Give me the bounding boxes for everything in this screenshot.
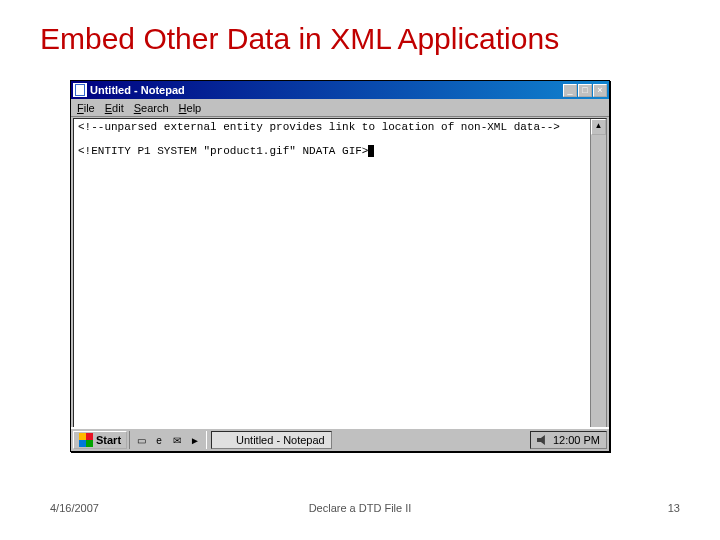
footer-page-number: 13 — [668, 502, 680, 514]
start-label: Start — [96, 434, 121, 446]
slide-title: Embed Other Data in XML Applications — [40, 22, 559, 56]
speaker-icon[interactable] — [537, 435, 547, 445]
quicklaunch-player-icon[interactable]: ► — [186, 431, 204, 449]
text-caret — [368, 145, 374, 157]
editor-text[interactable]: <!--unparsed external entity provides li… — [74, 119, 590, 448]
menubar: File Edit Search Help — [71, 99, 609, 117]
maximize-button[interactable]: □ — [578, 84, 592, 97]
menu-file[interactable]: File — [77, 102, 95, 114]
notepad-task-icon — [218, 433, 232, 447]
vertical-scrollbar[interactable]: ▲ ▼ — [590, 119, 606, 448]
notepad-window: Untitled - Notepad _ □ × File Edit Searc… — [70, 80, 610, 452]
editor-line-1: <!--unparsed external entity provides li… — [78, 121, 586, 133]
editor-line-2: <!ENTITY P1 SYSTEM "product1.gif" NDATA … — [78, 145, 586, 157]
windows-logo-icon — [79, 433, 93, 447]
start-button[interactable]: Start — [73, 431, 127, 449]
slide-footer: 4/16/2007 Declare a DTD File II 13 — [0, 502, 720, 520]
menu-help[interactable]: Help — [179, 102, 202, 114]
scroll-up-button[interactable]: ▲ — [591, 119, 606, 135]
quicklaunch-desktop-icon[interactable]: ▭ — [132, 431, 150, 449]
quicklaunch: ▭ e ✉ ► — [129, 431, 207, 449]
window-controls: _ □ × — [563, 84, 607, 97]
taskbar-app-label: Untitled - Notepad — [236, 434, 325, 446]
menu-search[interactable]: Search — [134, 102, 169, 114]
quicklaunch-ie-icon[interactable]: e — [150, 431, 168, 449]
footer-date: 4/16/2007 — [50, 502, 99, 514]
notepad-app-icon — [73, 83, 87, 97]
minimize-button[interactable]: _ — [563, 84, 577, 97]
footer-center: Declare a DTD File II — [309, 502, 412, 514]
system-tray[interactable]: 12:00 PM — [530, 431, 607, 449]
editor-line-blank — [78, 133, 586, 145]
window-title: Untitled - Notepad — [90, 84, 563, 96]
editor-area: <!--unparsed external entity provides li… — [73, 118, 607, 449]
titlebar[interactable]: Untitled - Notepad _ □ × — [71, 81, 609, 99]
close-button[interactable]: × — [593, 84, 607, 97]
clock: 12:00 PM — [553, 434, 600, 446]
taskbar-app-notepad[interactable]: Untitled - Notepad — [211, 431, 332, 449]
quicklaunch-oe-icon[interactable]: ✉ — [168, 431, 186, 449]
taskbar: Start ▭ e ✉ ► Untitled - Notepad 12:00 P… — [71, 427, 609, 451]
menu-edit[interactable]: Edit — [105, 102, 124, 114]
